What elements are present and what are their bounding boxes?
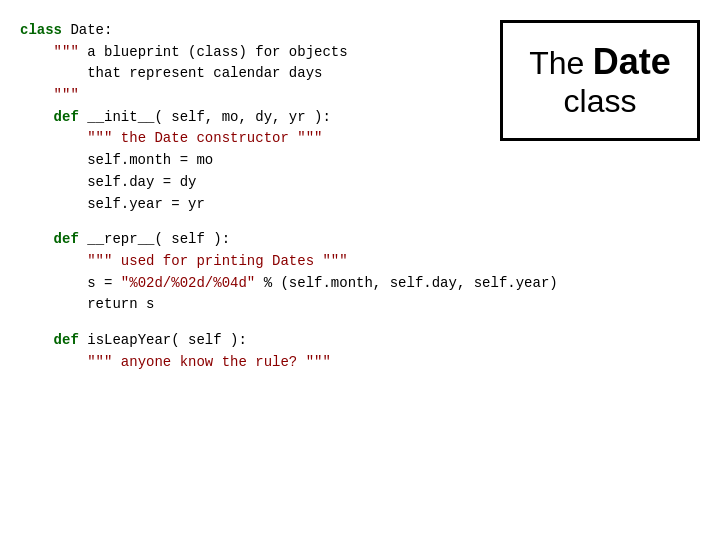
string-format: "%02d/%02d/%04d" xyxy=(121,275,255,291)
code-line-11: """ used for printing Dates """ xyxy=(20,251,450,273)
code-line-12: s = "%02d/%02d/%04d" % (self.month, self… xyxy=(20,273,450,295)
class-text: class xyxy=(523,83,677,120)
keyword-def-1: def xyxy=(54,109,79,125)
date-text: Date xyxy=(593,41,671,82)
the-text: The xyxy=(529,45,584,81)
code-panel: class Date: """ a blueprint (class) for … xyxy=(0,0,460,540)
code-line-5: def __init__( self, mo, dy, yr ): xyxy=(20,107,450,129)
code-line-8: self.day = dy xyxy=(20,172,450,194)
keyword-class: class xyxy=(20,22,62,38)
docstring-open: """ xyxy=(54,44,79,60)
code-line-13: return s xyxy=(20,294,450,316)
code-line-9: self.year = yr xyxy=(20,194,450,216)
code-line-7: self.month = mo xyxy=(20,150,450,172)
title-box: The Date class xyxy=(500,20,700,141)
keyword-def-2: def xyxy=(54,231,79,247)
keyword-def-3: def xyxy=(54,332,79,348)
docstring-leap: """ anyone know the rule? """ xyxy=(87,354,331,370)
spacer-2 xyxy=(20,316,450,330)
code-line-6: """ the Date constructor """ xyxy=(20,128,450,150)
code-line-1: class Date: xyxy=(20,20,450,42)
docstring-close: """ xyxy=(54,87,79,103)
code-line-15: """ anyone know the rule? """ xyxy=(20,352,450,374)
code-line-4: """ xyxy=(20,85,450,107)
code-line-14: def isLeapYear( self ): xyxy=(20,330,450,352)
docstring-repr: """ used for printing Dates """ xyxy=(87,253,347,269)
code-line-2: """ a blueprint (class) for objects xyxy=(20,42,450,64)
title-line-1: The Date xyxy=(523,41,677,83)
code-line-3: that represent calendar days xyxy=(20,63,450,85)
spacer-1 xyxy=(20,215,450,229)
code-line-10: def __repr__( self ): xyxy=(20,229,450,251)
code-text: Date: xyxy=(62,22,112,38)
docstring-init: """ the Date constructor """ xyxy=(87,130,322,146)
